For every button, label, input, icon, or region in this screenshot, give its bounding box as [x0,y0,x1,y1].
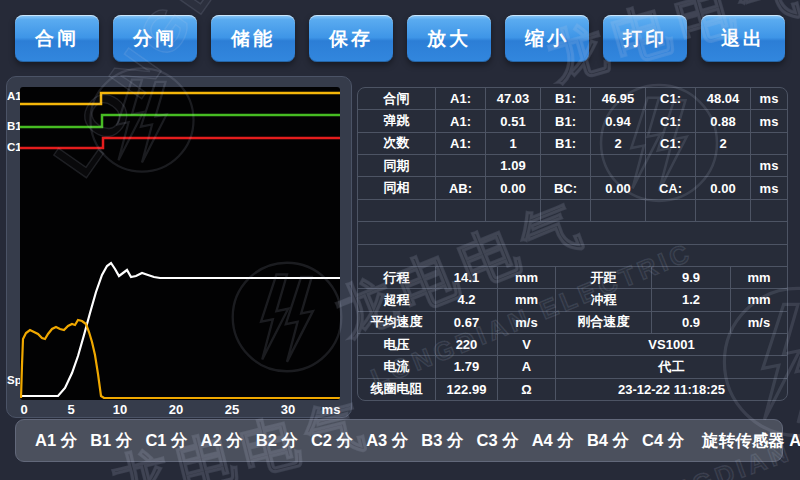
table-cell: 合闸 [358,88,436,109]
table-row: 电流1.79A代工 [358,356,787,378]
x-tick-25: 25 [225,402,239,417]
print-button[interactable]: 打印 [603,15,687,62]
channel-label-c1: C1 [7,141,20,153]
table-cell: C1: [646,88,696,109]
table-cell: ms [751,177,787,198]
contact-state-a4: A4 分 [532,430,574,452]
contact-state-a1: A1 分 [35,430,77,452]
table-cell: 23-12-22 11:18:25 [556,379,787,400]
results-table: 合闸A1:47.03B1:46.95C1:48.04ms弹跳A1:0.51B1:… [357,87,788,401]
table-cell [696,200,751,221]
table-cell: 48.04 [696,88,751,109]
table-cell [358,245,787,266]
contact-A1-waveform [20,93,340,104]
table-cell: 1 [486,133,541,154]
table-cell: VS1001 [556,334,787,355]
table-cell: 同相 [358,177,436,198]
table-cell: C1: [646,133,696,154]
contact-state-b2: B2 分 [256,430,298,452]
table-cell: 0.51 [486,110,541,131]
contact-B1-waveform [20,115,340,127]
table-cell [751,200,787,221]
table-cell: 刚合速度 [556,312,652,333]
open-switch-button[interactable]: 分闸 [113,15,197,62]
table-cell: m/s [731,312,787,333]
table-cell: 0.9 [652,312,731,333]
table-cell: 9.9 [652,267,731,288]
table-cell: Ω [498,379,556,400]
save-button[interactable]: 保存 [309,15,393,62]
x-tick-0: 0 [20,402,27,417]
table-cell: mm [731,289,787,310]
table-cell: 电压 [358,334,436,355]
table-cell: A1: [436,133,486,154]
table-cell [646,200,696,221]
table-cell: ms [751,88,787,109]
toolbar: 合闸 分闸 储能 保存 放大 缩小 打印 退出 [0,15,800,62]
table-cell: 0.00 [696,177,751,198]
exit-button[interactable]: 退出 [701,15,785,62]
table-cell: 4.2 [436,289,498,310]
table-cell: A1: [436,110,486,131]
table-cell: 线圈电阻 [358,379,436,400]
table-row: 次数A1:1B1:2C1:2 [358,133,787,155]
table-cell: 47.03 [486,88,541,109]
table-cell [436,200,486,221]
table-cell [358,200,436,221]
contact-state-c1: C1 分 [145,430,187,452]
table-cell: 0.00 [591,177,646,198]
table-cell: 0.88 [696,110,751,131]
channel-label-b1: B1 [7,120,20,132]
contact-state-a3: A3 分 [366,430,408,452]
table-cell: 0.67 [436,312,498,333]
table-row [358,222,787,244]
table-cell: 1.79 [436,356,498,377]
travel-curve-waveform [20,263,340,396]
table-cell [646,155,696,176]
contact-state-c4: C4 分 [642,430,684,452]
table-cell [541,155,591,176]
table-cell: 超程 [358,289,436,310]
table-cell: B1: [541,88,591,109]
table-cell: 2 [591,133,646,154]
contact-state-b3: B3 分 [421,430,463,452]
table-row: 行程14.1mm开距9.9mm [358,267,787,289]
table-cell: V [498,334,556,355]
waveform-plot [20,87,340,400]
table-cell: 次数 [358,133,436,154]
table-cell: B1: [541,133,591,154]
zoom-in-button[interactable]: 放大 [407,15,491,62]
energy-storage-button[interactable]: 储能 [211,15,295,62]
contact-status-bar: A1 分 B1 分 C1 分 A2 分 B2 分 C2 分 A3 分 B3 分 … [15,419,783,462]
table-cell: ms [751,110,787,131]
table-cell: ms [751,155,787,176]
zoom-out-button[interactable]: 缩小 [505,15,589,62]
table-cell: BC: [541,177,591,198]
contact-state-a2: A2 分 [201,430,243,452]
table-row: 线圈电阻122.99Ω23-12-22 11:18:25 [358,379,787,400]
table-row [358,245,787,267]
close-switch-button[interactable]: 合闸 [15,15,99,62]
table-cell: mm [731,267,787,288]
table-cell [591,200,646,221]
table-cell: 平均速度 [358,312,436,333]
contact-state-c3: C3 分 [477,430,519,452]
contact-C1-waveform [20,138,340,148]
table-cell: mm [498,267,556,288]
table-cell: A1: [436,88,486,109]
table-cell [436,155,486,176]
x-tick-30: 30 [281,402,295,417]
table-row: 弹跳A1:0.51B1:0.94C1:0.88ms [358,110,787,132]
x-tick-10: 10 [113,402,127,417]
table-cell: 122.99 [436,379,498,400]
table-cell: 220 [436,334,498,355]
table-cell [358,222,787,243]
contact-state-b1: B1 分 [90,430,132,452]
table-cell [696,155,751,176]
contact-state-c2: C2 分 [311,430,353,452]
table-cell: 电流 [358,356,436,377]
table-cell: AB: [436,177,486,198]
table-row [358,200,787,222]
table-cell: 14.1 [436,267,498,288]
table-row: 合闸A1:47.03B1:46.95C1:48.04ms [358,88,787,110]
